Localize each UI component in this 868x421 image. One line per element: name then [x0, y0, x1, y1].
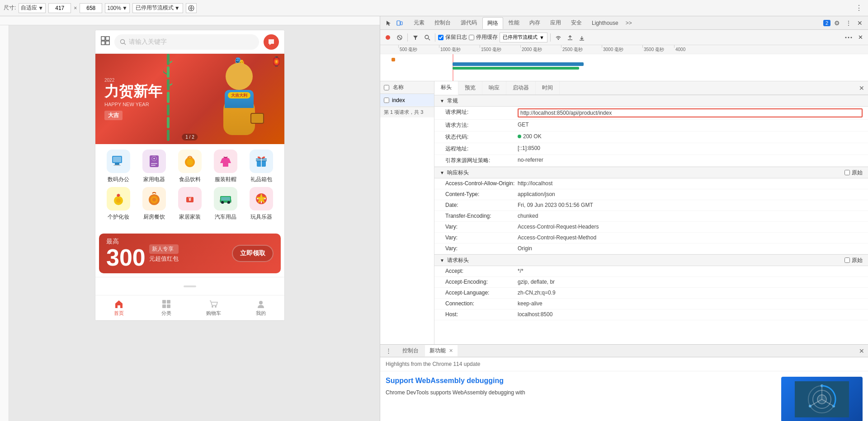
details-tab-response[interactable]: 响应 [482, 81, 506, 94]
detail-row-accept-language: Accept-Language: zh-CN,zh;q=0.9 [434, 288, 868, 299]
bottom-panel-close-btn[interactable]: ✕ [859, 347, 864, 355]
preserve-log-checkbox[interactable]: 保留日志 [438, 33, 467, 41]
wifi-icon[interactable] [553, 33, 563, 42]
select-all-checkbox[interactable] [384, 85, 389, 90]
response-headers-section[interactable]: ▼ 响应标头 原始 [434, 167, 868, 178]
detail-row-url: 请求网址: http://localhost:8500/api/product/… [434, 107, 868, 120]
category-item-kitchen[interactable]: 厨房餐饮 [138, 187, 170, 221]
nav-item-cart[interactable]: 购物车 [190, 295, 237, 320]
category-item-gift[interactable]: 礼品箱包 [245, 150, 278, 183]
svg-rect-17 [113, 165, 121, 166]
category-item-toys[interactable]: 玩具乐器 [245, 187, 278, 221]
more-network-options[interactable] [844, 33, 854, 42]
svg-point-57 [845, 37, 847, 38]
new-features-close[interactable]: ✕ [449, 348, 453, 353]
tab-network[interactable]: 网络 [482, 17, 503, 29]
general-section-header[interactable]: ▼ 常规 [434, 95, 868, 107]
disable-cache-checkbox[interactable]: 停用缓存 [469, 33, 498, 41]
category-item-digital[interactable]: 数码办公 [102, 150, 135, 183]
tab-application[interactable]: 应用 [546, 17, 566, 28]
details-tab-timing[interactable]: 时间 [536, 81, 560, 94]
accept-value: */* [518, 268, 863, 274]
status-key: 状态代码: [445, 133, 518, 141]
download-btn[interactable] [577, 33, 587, 42]
more-tabs-btn[interactable]: >> [624, 18, 634, 28]
filter-icon-btn[interactable] [410, 33, 420, 42]
category-item-food[interactable]: 食品饮料 [174, 150, 206, 183]
clear-btn[interactable] [395, 33, 405, 42]
request-item-index[interactable]: index [380, 94, 434, 107]
tab-elements[interactable]: 元素 [409, 17, 429, 28]
accept-language-value: zh-CN,zh;q=0.9 [518, 290, 863, 296]
bottom-tab-console[interactable]: 控制台 [398, 345, 423, 356]
request-original-checkbox[interactable]: 原始 [844, 257, 863, 264]
search-btn[interactable] [422, 33, 432, 42]
undock-icon[interactable]: ✕ [855, 19, 864, 28]
category-item-furniture[interactable]: ¥ 家居家装 [174, 187, 206, 221]
more-options-btn[interactable]: ⋮ [854, 4, 864, 12]
tick-2500: 2500 毫秒 [561, 45, 583, 54]
size-select[interactable]: 自适应 ▼ [19, 3, 46, 13]
request-checkbox[interactable] [384, 98, 389, 103]
category-item-beauty[interactable]: 个护化妆 [102, 187, 135, 221]
category-item-clothing[interactable]: 服装鞋帽 [209, 150, 242, 183]
accept-encoding-value: gzip, deflate, br [518, 279, 863, 285]
request-headers-section[interactable]: ▼ 请求标头 原始 [434, 254, 868, 266]
size-label: 尺寸: [4, 4, 16, 12]
width-input[interactable] [48, 3, 71, 13]
devtools-more-icon[interactable]: ⋮ [844, 19, 854, 28]
tab-sources[interactable]: 源代码 [456, 17, 481, 28]
detail-row-accept-encoding: Accept-Encoding: gzip, deflate, br [434, 277, 868, 288]
nav-item-home[interactable]: 首页 [95, 295, 143, 320]
tab-security[interactable]: 安全 [566, 17, 586, 28]
tab-lighthouse[interactable]: Lighthouse [587, 18, 623, 28]
tab-performance[interactable]: 性能 [504, 17, 524, 28]
nav-item-category[interactable]: 分类 [143, 295, 190, 320]
record-btn[interactable] [383, 33, 393, 42]
detail-row-method: 请求方法: GET [434, 120, 868, 131]
network-area: 名称 index 第 1 项请求，共 3 标头 预览 响应 启动器 时间 [380, 81, 868, 344]
svg-point-21 [153, 158, 155, 159]
inspect-element-btn[interactable] [384, 18, 394, 28]
mobile-search-bar[interactable]: 请输入关键字 [114, 34, 259, 50]
throttle-select[interactable]: 已停用节流模式 ▼ [500, 33, 547, 42]
details-close-btn[interactable]: ✕ [859, 84, 864, 92]
category-item-appliance[interactable]: 家用电器 [138, 150, 170, 183]
height-input[interactable] [80, 3, 102, 13]
category-item-auto[interactable]: 汽车用品 [209, 187, 242, 221]
zoom-select[interactable]: 100% ▼ [105, 3, 130, 13]
upload-btn[interactable] [565, 33, 575, 42]
tab-console[interactable]: 控制台 [430, 17, 455, 28]
close-overlay-btn[interactable]: ✕ [855, 33, 865, 42]
response-original-checkbox[interactable]: 原始 [844, 169, 863, 177]
vary-3-value: Origin [518, 245, 863, 252]
network-condition-btn[interactable] [186, 3, 197, 13]
promo-claim-btn[interactable]: 立即领取 [232, 245, 274, 262]
tab-memory[interactable]: 内存 [525, 17, 545, 28]
webassembly-section: Support WebAssembly debugging Chrome Dev… [380, 371, 868, 421]
nav-item-profile[interactable]: 我的 [237, 295, 285, 320]
svg-point-53 [425, 35, 429, 39]
chat-icon[interactable] [264, 34, 279, 50]
details-tab-preview[interactable]: 预览 [458, 81, 482, 94]
mobile-nav: 首页 分类 [95, 295, 284, 320]
tick-3000: 3000 毫秒 [602, 45, 623, 54]
svg-point-25 [187, 159, 193, 165]
details-tab-initiator[interactable]: 启动器 [506, 81, 536, 94]
webassembly-title: Support WebAssembly debugging [386, 377, 776, 385]
request-original-label: 原始 [852, 257, 863, 264]
throttle-mode-btn[interactable]: 已停用节流模式 ▼ [132, 3, 183, 13]
bottom-panel-options[interactable]: ⋮ [384, 347, 393, 354]
details-tab-headers[interactable]: 标头 [434, 81, 458, 95]
detail-row-vary-2: Vary: Access-Control-Request-Method [434, 233, 868, 243]
promo-max-label: 最高 [106, 238, 146, 246]
device-toolbar-btn[interactable] [395, 18, 405, 28]
tab-badge[interactable]: 2 [823, 20, 830, 26]
highlight-text: Highlights from the Chrome 114 update [386, 361, 480, 367]
banner-good-luck: 大吉 [104, 111, 123, 120]
request-headers-chevron: ▼ [440, 258, 444, 263]
settings-icon[interactable]: ⚙ [832, 19, 842, 28]
bottom-tab-new-features[interactable]: 新功能 ✕ [425, 345, 458, 356]
expand-icon[interactable] [101, 36, 110, 47]
detail-row-content-type: Content-Type: application/json [434, 189, 868, 200]
